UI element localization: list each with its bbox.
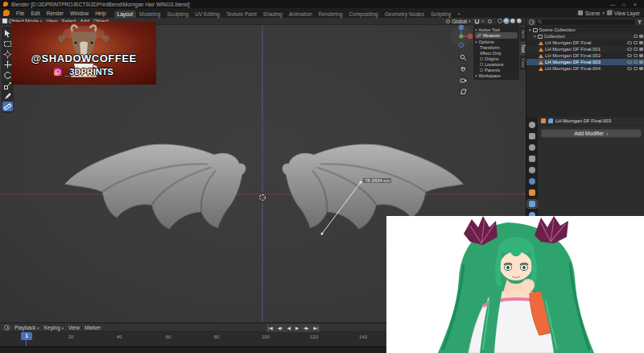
hide-eye-icon[interactable] — [627, 60, 632, 64]
rendered-shading-button[interactable] — [517, 19, 522, 23]
measure-tool-button[interactable] — [2, 102, 13, 111]
wireframe-shading-button[interactable] — [497, 19, 502, 23]
modifiers-tab[interactable] — [527, 200, 537, 208]
disable-render-icon[interactable] — [639, 54, 643, 57]
add-modifier-button[interactable]: Add Modifier ▾ — [541, 129, 642, 138]
disable-viewport-icon[interactable] — [634, 60, 638, 64]
hide-eye-icon[interactable] — [627, 48, 632, 51]
next-keyframe-button[interactable]: •▶ — [301, 326, 311, 330]
maximize-button[interactable]: □ — [618, 2, 630, 7]
disable-render-icon[interactable] — [639, 48, 643, 51]
view-layer-selector[interactable]: View Layer — [614, 10, 640, 16]
material-shading-button[interactable] — [510, 19, 515, 23]
hide-eye-icon[interactable] — [627, 54, 632, 57]
workspace-tab-shading[interactable]: Shading — [260, 10, 286, 18]
hide-eye-icon[interactable] — [627, 67, 632, 70]
workspace-tab-animation[interactable]: Animation — [286, 10, 316, 18]
workspace-tab-compositing[interactable]: Compositing — [346, 10, 382, 18]
view-layer-icon — [607, 10, 612, 15]
disable-render-icon[interactable] — [639, 41, 643, 44]
sidebar-tab-item[interactable]: Item — [520, 27, 526, 41]
workspace-tab-sculpting[interactable]: Sculpting — [163, 10, 192, 18]
outliner-editor-icon[interactable] — [529, 19, 535, 25]
disable-render-icon[interactable] — [639, 35, 643, 38]
sidebar-tab-view[interactable]: View — [520, 56, 526, 70]
workspace-tab-geometry-nodes[interactable]: Geometry Nodes — [382, 10, 427, 18]
perspective-toggle-icon[interactable] — [459, 87, 468, 96]
outliner-row-mesh-active[interactable]: LH Morrigan DF Final.003 — [526, 59, 644, 65]
menu-window[interactable]: Window — [67, 10, 92, 16]
workspace-tab-rendering[interactable]: Rendering — [316, 10, 346, 18]
disable-viewport-icon[interactable] — [634, 35, 638, 38]
chevron-down-icon: ▾ — [475, 73, 477, 78]
menu-render[interactable]: Render — [43, 10, 67, 16]
disable-render-icon[interactable] — [639, 67, 643, 70]
outliner-row-mesh[interactable]: LH Morrigan DF Final.001 — [526, 46, 644, 52]
zoom-icon[interactable] — [459, 53, 468, 62]
object-tab[interactable] — [527, 189, 537, 197]
active-tool-button[interactable]: Measure — [475, 32, 518, 39]
locations-checkbox[interactable]: Locations — [475, 61, 518, 67]
timeline-editor-icon[interactable] — [4, 325, 10, 330]
play-button[interactable]: ▶ — [293, 326, 301, 330]
workspace-tab-scripting[interactable]: Scripting — [427, 10, 454, 18]
frame-label: 20 — [68, 334, 74, 339]
workspace-tab-layout[interactable]: Layout — [114, 10, 137, 18]
keying-menu[interactable]: Keying ▾ — [44, 325, 64, 330]
close-button[interactable]: × — [630, 2, 641, 7]
hide-eye-icon[interactable] — [627, 41, 632, 44]
outliner-row-scene-collection[interactable]: ▾ Scene Collection — [526, 27, 644, 33]
tool-tab[interactable] — [527, 121, 537, 129]
scene-selector[interactable]: Scene — [585, 10, 600, 16]
outliner-row-collection[interactable]: ▾ Collection — [526, 33, 644, 39]
filter-icon[interactable] — [637, 19, 642, 25]
current-frame-indicator[interactable]: 1 — [21, 332, 32, 340]
menu-file[interactable]: File — [13, 10, 27, 16]
disable-viewport-icon[interactable] — [634, 48, 638, 51]
disable-viewport-icon[interactable] — [634, 54, 638, 57]
camera-view-icon[interactable] — [459, 76, 468, 85]
snap-toggle[interactable]: ▾ — [474, 19, 484, 24]
disable-viewport-icon[interactable] — [634, 41, 638, 44]
pan-hand-icon[interactable] — [459, 64, 468, 73]
view-menu[interactable]: View — [68, 325, 80, 330]
blender-menu-icon[interactable] — [3, 10, 10, 16]
proportional-editing-icon[interactable] — [488, 19, 492, 23]
outliner-search-input[interactable] — [536, 19, 635, 25]
prev-keyframe-button[interactable]: ◀• — [275, 326, 285, 330]
add-workspace-button[interactable]: + — [454, 10, 464, 18]
solid-shading-button[interactable] — [504, 19, 509, 23]
play-reverse-button[interactable]: ◀ — [285, 326, 293, 330]
navigation-gizmo[interactable] — [449, 23, 473, 55]
workspace-tab-texture-paint[interactable]: Texture Paint — [223, 10, 260, 18]
active-tool-panel-header[interactable]: ▾ Active Tool — [475, 27, 518, 32]
minimize-button[interactable]: — — [607, 2, 618, 7]
outliner-row-mesh[interactable]: LH Morrigan DF Final.002 — [526, 52, 644, 59]
workspace-tab-modeling[interactable]: Modeling — [136, 10, 163, 18]
menu-edit[interactable]: Edit — [27, 10, 43, 16]
view-layer-tab[interactable] — [527, 155, 537, 163]
workspace-tab-uv-editing[interactable]: UV Editing — [192, 10, 223, 18]
workspace-panel-header[interactable]: ▾ Workspace — [475, 73, 518, 78]
instagram-icon — [54, 68, 62, 76]
render-tab[interactable] — [527, 132, 537, 140]
playback-menu[interactable]: Playback ▾ — [14, 325, 39, 330]
world-tab[interactable] — [527, 177, 537, 185]
jump-to-end-button[interactable]: ▶| — [311, 326, 320, 330]
origins-checkbox[interactable]: Origins — [475, 56, 518, 61]
annotate-tool-button[interactable] — [2, 91, 13, 101]
scene-tab[interactable] — [527, 166, 537, 174]
disable-viewport-icon[interactable] — [634, 67, 638, 70]
outliner-row-mesh[interactable]: LH Morrigan DF Final — [526, 39, 644, 46]
chevron-down-icon: ▾ — [534, 34, 536, 39]
marker-menu[interactable]: Marker — [85, 325, 101, 330]
jump-to-start-button[interactable]: |◀ — [266, 326, 275, 330]
output-tab[interactable] — [527, 143, 537, 152]
disable-render-icon[interactable] — [639, 60, 643, 64]
parents-checkbox[interactable]: Parents — [475, 67, 518, 73]
menu-help[interactable]: Help — [92, 10, 109, 16]
options-panel-header[interactable]: ▾ Options — [475, 39, 518, 44]
sidebar-tab-tool[interactable]: Tool — [520, 42, 526, 55]
outliner-row-mesh[interactable]: LH Morrigan DF Final.004 — [526, 65, 644, 72]
sidebar-tabs: Item Tool View — [520, 27, 526, 71]
